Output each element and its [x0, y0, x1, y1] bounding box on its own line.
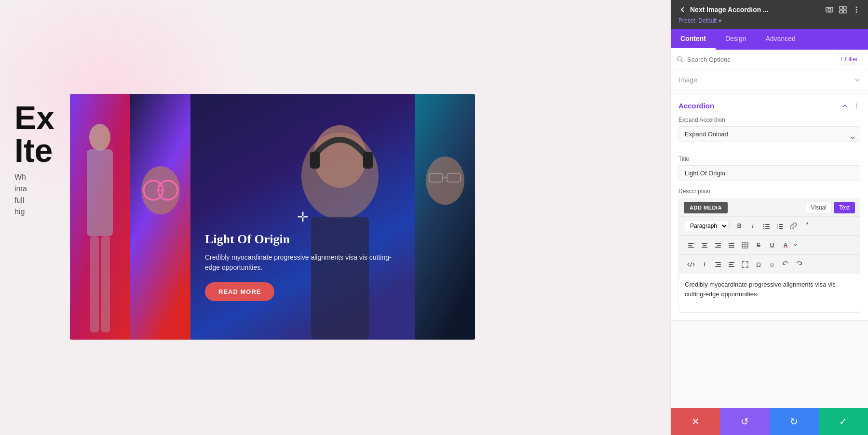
quote-button[interactable]: ": [800, 220, 813, 232]
chevron-up-icon[interactable]: [841, 102, 849, 110]
tab-content[interactable]: Content: [671, 29, 716, 50]
svg-rect-55: [715, 247, 721, 248]
more-options-icon-2[interactable]: [853, 102, 860, 110]
svg-point-35: [763, 224, 764, 225]
panel-3-content: Light Of Origin Credibly myocardinate pr…: [205, 232, 405, 301]
ul-icon: [763, 223, 770, 229]
accordion-panel-2[interactable]: [130, 94, 190, 340]
paragraph-select[interactable]: Paragraph: [685, 221, 729, 231]
fullscreen-btn[interactable]: [739, 258, 751, 271]
table-button[interactable]: [739, 239, 751, 251]
layout-icon[interactable]: [839, 6, 847, 13]
svg-point-34: [856, 107, 857, 108]
panel-tabs: Content Design Advanced: [671, 29, 868, 50]
editor-content[interactable]: Credibly myocardinate progressive alignm…: [678, 274, 860, 313]
redo-editor-btn[interactable]: [793, 258, 805, 271]
svg-rect-68: [729, 264, 733, 265]
panel-header-top: Next Image Accordion ...: [678, 6, 860, 13]
strikethrough-button[interactable]: S: [752, 239, 765, 251]
filter-button[interactable]: + Filter: [836, 53, 862, 65]
underline-button[interactable]: U: [766, 239, 778, 251]
canvas-line5: full: [14, 195, 54, 206]
confirm-button[interactable]: ✓: [819, 408, 868, 435]
panel-actions: ✕ ↺ ↻ ✓: [671, 408, 868, 435]
panel-2-figure: [130, 94, 190, 340]
align-left-button[interactable]: [685, 239, 697, 251]
text-tab[interactable]: Text: [834, 202, 855, 213]
italic-button[interactable]: I: [746, 220, 759, 232]
preset-arrow: ▾: [719, 17, 721, 24]
undo-button[interactable]: ↺: [720, 408, 769, 435]
svg-point-29: [856, 12, 857, 13]
canvas-line1: Ex: [14, 101, 54, 134]
svg-rect-50: [702, 243, 707, 244]
back-arrow-icon[interactable]: [678, 6, 686, 13]
text-color-arrow-icon: [793, 243, 798, 248]
svg-rect-2: [87, 149, 113, 236]
add-media-button[interactable]: ADD MEDIA: [684, 202, 728, 213]
svg-rect-66: [715, 266, 721, 267]
preset-text[interactable]: Preset: Default: [678, 17, 717, 24]
tab-advanced[interactable]: Advanced: [756, 29, 805, 50]
cancel-button[interactable]: ✕: [671, 408, 720, 435]
expand-accordion-select[interactable]: Expand Onload: [678, 126, 860, 142]
outdent-icon: [728, 261, 735, 268]
ul-button[interactable]: [760, 220, 773, 232]
accordion-panel-4[interactable]: [415, 94, 475, 340]
align-center-button[interactable]: [698, 239, 711, 251]
emoji-btn[interactable]: ☺: [766, 258, 778, 271]
accordion-panel-3[interactable]: ✛ Light Of Origin Credibly myocardinate …: [190, 94, 415, 340]
bold-button[interactable]: B: [733, 220, 746, 232]
italic2-btn[interactable]: i: [698, 258, 711, 271]
search-input[interactable]: [687, 56, 832, 63]
ol-icon: 1. 2. 3.: [776, 223, 783, 229]
search-icon: [677, 56, 683, 63]
svg-rect-26: [843, 10, 846, 13]
canvas-line2: Ite: [14, 134, 54, 167]
svg-point-12: [313, 125, 366, 188]
outdent-btn[interactable]: [725, 258, 738, 271]
svg-rect-53: [715, 243, 721, 244]
read-more-button[interactable]: READ MORE: [205, 282, 274, 301]
accordion-panel-subtitle: Credibly myocardinate progressive alignm…: [205, 252, 405, 273]
tab-design[interactable]: Design: [716, 29, 756, 50]
svg-rect-40: [765, 228, 770, 229]
indent-btn[interactable]: [712, 258, 724, 271]
canvas-area: Ex Ite Wh ima full hig: [0, 0, 511, 435]
svg-rect-38: [765, 226, 770, 227]
visual-tab[interactable]: Visual: [806, 202, 832, 213]
accordion-section-header[interactable]: Accordion: [671, 95, 868, 117]
svg-rect-3: [90, 236, 99, 332]
svg-point-22: [828, 8, 831, 11]
camera-icon[interactable]: [826, 6, 833, 13]
ol-button[interactable]: 1. 2. 3.: [773, 220, 786, 232]
svg-rect-13: [310, 152, 320, 169]
accordion-section-title: Accordion: [678, 102, 714, 110]
link-button[interactable]: [787, 220, 800, 232]
undo-editor-btn[interactable]: [779, 258, 792, 271]
align-justify-icon: [728, 242, 735, 249]
align-right-button[interactable]: [712, 239, 724, 251]
redo-button[interactable]: ↻: [770, 408, 819, 435]
redo-editor-icon: [796, 261, 802, 268]
accordion-panel-title: Light Of Origin: [205, 232, 405, 247]
table-icon: [742, 242, 748, 249]
svg-line-63: [690, 262, 692, 267]
svg-rect-23: [840, 6, 842, 9]
panel-body: + Filter Image Accordion: [671, 50, 868, 408]
svg-rect-67: [729, 262, 734, 263]
panel-header: Next Image Accordion ...: [671, 0, 868, 29]
omega-btn[interactable]: Ω: [752, 258, 765, 271]
svg-point-37: [763, 226, 764, 227]
more-options-icon[interactable]: [853, 6, 860, 13]
title-input[interactable]: [678, 165, 860, 181]
svg-point-17: [426, 157, 464, 205]
svg-point-28: [856, 9, 857, 11]
text-color-button[interactable]: A: [779, 239, 792, 251]
source-btn[interactable]: [685, 258, 697, 271]
svg-rect-25: [840, 10, 842, 13]
accordion-panel-1[interactable]: [70, 94, 130, 340]
image-section-row[interactable]: Image: [671, 69, 868, 91]
align-right-icon: [715, 242, 721, 249]
align-justify-button[interactable]: [725, 239, 738, 251]
